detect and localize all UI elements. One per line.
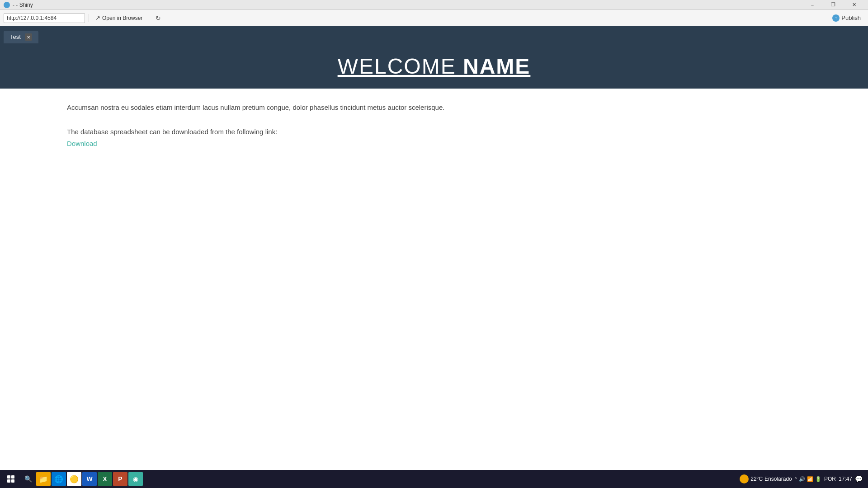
taskbar-app-powerpoint[interactable]: P [113,472,127,486]
welcome-title: WELCOME NAME [338,54,531,79]
download-link[interactable]: Download [67,138,801,149]
app-tab-test[interactable]: Test ✕ [4,31,38,44]
taskbar: 🔍 📁 🌐 🟡 W X P ◉ 22°C Ensolarado ^ 🔊 📶 🔋 … [0,470,868,488]
refresh-button[interactable]: ↻ [153,13,164,23]
separator2 [149,14,149,22]
welcome-prefix: WELCOME [338,54,463,78]
separator [89,14,89,22]
title-bar: - - Shiny − ❐ ✕ [0,0,868,10]
weather-icon [740,474,749,483]
browser-icon: ↗ [95,14,100,21]
open-in-browser-button[interactable]: ↗ Open in Browser [93,14,145,22]
clock-time: 17:47 [839,475,852,483]
download-section: The database spreadsheet can be download… [67,127,801,149]
welcome-name: NAME [463,54,530,78]
refresh-icon: ↻ [156,14,161,22]
battery-icon: 🔋 [815,476,821,482]
start-button[interactable] [2,471,20,487]
chevron-up-icon[interactable]: ^ [795,476,797,482]
restore-button[interactable]: ❐ [823,0,844,10]
minimize-button[interactable]: − [802,0,823,10]
window-title: - - Shiny [13,2,33,8]
address-bar: ↗ Open in Browser ↻ ↑ Publish [0,10,868,26]
taskbar-search-button[interactable]: 🔍 [21,472,35,486]
start-grid-icon [7,475,14,483]
taskbar-app-file-explorer[interactable]: 📁 [36,472,51,486]
tab-close-button[interactable]: ✕ [25,33,32,41]
title-bar-left: - - Shiny [4,2,33,8]
open-in-browser-label: Open in Browser [102,15,142,21]
publish-label: Publish [841,14,861,21]
taskbar-right: 22°C Ensolarado ^ 🔊 📶 🔋 POR 17:47 💬 [740,474,866,483]
speaker-icon: 🔊 [799,476,805,482]
app-tabs: Test ✕ [0,26,868,43]
taskbar-app-edge[interactable]: 🌐 [52,472,66,486]
app-icon [4,2,10,8]
notifications-icon[interactable]: 💬 [855,475,863,483]
download-text: The database spreadsheet can be download… [67,128,277,136]
window-controls: − ❐ ✕ [802,0,864,10]
weather-temp: 22°C [750,476,763,482]
taskbar-apps: 📁 🌐 🟡 W X P ◉ [36,472,143,486]
content-header: WELCOME NAME [0,43,868,89]
tab-label: Test [10,33,21,40]
taskbar-app-word[interactable]: W [82,472,97,486]
language-display: POR [824,476,836,482]
weather-widget: 22°C Ensolarado [740,474,792,483]
time-display: 17:47 [839,475,852,483]
main-content: Accumsan nostra eu sodales etiam interdu… [0,89,868,163]
url-input[interactable] [4,13,85,23]
taskbar-app-excel[interactable]: X [98,472,112,486]
system-icons: ^ 🔊 📶 🔋 [795,476,821,482]
taskbar-app-extra[interactable]: ◉ [128,472,143,486]
weather-desc: Ensolarado [764,476,792,482]
network-icon: 📶 [807,476,813,482]
search-icon: 🔍 [24,475,32,483]
publish-button[interactable]: ↑ Publish [829,14,864,23]
description-paragraph: Accumsan nostra eu sodales etiam interdu… [67,102,801,113]
publish-icon: ↑ [832,14,840,22]
close-button[interactable]: ✕ [844,0,864,10]
taskbar-app-chrome[interactable]: 🟡 [67,472,81,486]
